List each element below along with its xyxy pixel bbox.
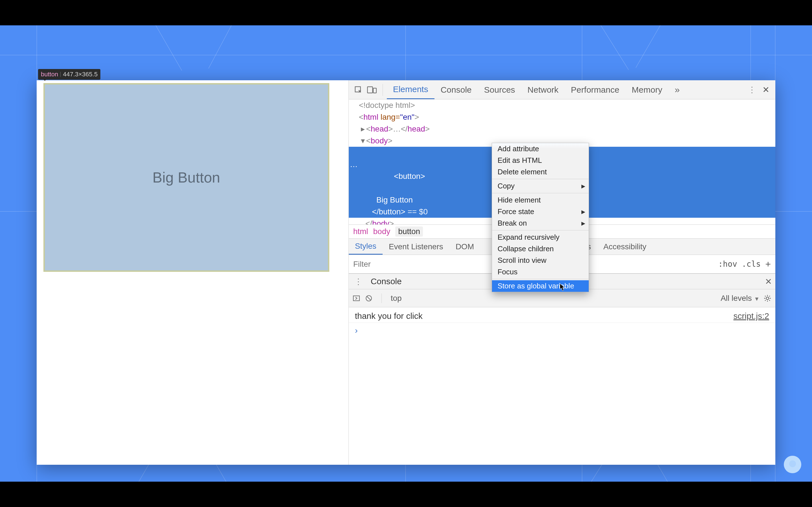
subtab-event-listeners[interactable]: Event Listeners <box>383 238 449 255</box>
context-menu-item[interactable]: Delete element <box>492 166 589 178</box>
subtab-dom-breakpoints-partial[interactable]: DOM <box>449 238 480 255</box>
dom-selected-text: Big Button <box>376 195 413 204</box>
expand-body-icon[interactable]: ▾ <box>361 135 366 147</box>
context-menu-separator <box>492 179 589 179</box>
letterbox-bottom <box>0 482 812 507</box>
context-menu-item[interactable]: Edit as HTML <box>492 155 589 166</box>
svg-point-6 <box>766 297 769 299</box>
subtab-accessibility[interactable]: Accessibility <box>597 238 652 255</box>
inspector-tooltip: button 447.3×365.5 <box>38 69 100 80</box>
console-sidebar-toggle-icon[interactable] <box>353 295 360 302</box>
device-toggle-icon[interactable] <box>365 83 378 97</box>
dom-gutter-ellipsis: … <box>349 159 359 170</box>
breadcrumb-button[interactable]: button <box>395 226 423 237</box>
tabs-overflow-icon[interactable]: » <box>668 80 686 99</box>
inspector-tooltip-dims: 447.3×365.5 <box>63 71 98 78</box>
big-button[interactable]: Big Button <box>43 83 329 272</box>
dom-dollar-zero: == $0 <box>405 207 428 216</box>
console-message: thank you for click <box>355 311 733 321</box>
svg-rect-2 <box>373 88 376 93</box>
console-prompt[interactable]: › <box>349 323 775 338</box>
cls-toggle[interactable]: .cls <box>742 260 761 269</box>
context-menu-item[interactable]: Store as global variable <box>492 280 589 292</box>
context-menu-item[interactable]: Hide element <box>492 194 589 206</box>
dom-doctype: <!doctype html> <box>359 101 415 110</box>
tab-console[interactable]: Console <box>435 80 478 99</box>
devtools-close-icon[interactable]: ✕ <box>759 83 772 97</box>
chevron-down-icon: ▼ <box>754 296 760 302</box>
inspector-tooltip-tag: button <box>41 71 58 78</box>
browser-window: button 447.3×365.5 Big Button Elements <box>37 80 775 465</box>
console-clear-icon[interactable] <box>365 295 372 302</box>
element-context-menu[interactable]: Add attributeEdit as HTMLDelete elementC… <box>492 143 589 292</box>
console-settings-icon[interactable] <box>763 294 771 302</box>
svg-rect-3 <box>353 296 359 300</box>
svg-line-5 <box>366 296 371 300</box>
chrome-logo-icon <box>784 456 801 473</box>
page-viewport: button 447.3×365.5 Big Button <box>37 80 349 465</box>
context-menu-item[interactable]: Copy <box>492 180 589 192</box>
console-output[interactable]: thank you for click script.js:2 › <box>349 307 775 465</box>
console-levels-selector[interactable]: All levels ▼ <box>721 294 760 303</box>
console-context-selector[interactable]: top <box>391 294 402 303</box>
tab-performance[interactable]: Performance <box>565 80 626 99</box>
devtools-toolbar: Elements Console Sources Network Perform… <box>349 80 775 100</box>
devtools-menu-icon[interactable]: ⋮ <box>746 83 759 97</box>
devtools-panel: Elements Console Sources Network Perform… <box>349 80 775 465</box>
console-source-link[interactable]: script.js:2 <box>733 311 769 321</box>
drawer-kebab-icon[interactable]: ⋮ <box>352 277 365 286</box>
inspect-element-icon[interactable] <box>352 83 365 97</box>
hov-toggle[interactable]: :hov <box>718 260 737 269</box>
presentation-background: button 447.3×365.5 Big Button Elements <box>0 25 812 482</box>
drawer-title: Console <box>368 277 404 286</box>
breadcrumb-html[interactable]: html <box>353 227 368 236</box>
svg-rect-1 <box>367 87 372 93</box>
tab-sources[interactable]: Sources <box>478 80 521 99</box>
tab-network[interactable]: Network <box>521 80 565 99</box>
context-menu-item[interactable]: Break on <box>492 217 589 229</box>
context-menu-item[interactable]: Add attribute <box>492 143 589 155</box>
context-menu-item[interactable]: Collapse children <box>492 243 589 255</box>
context-menu-item[interactable]: Expand recursively <box>492 231 589 243</box>
letterbox-top <box>0 0 812 25</box>
new-style-rule-icon[interactable]: + <box>765 259 771 270</box>
tab-memory[interactable]: Memory <box>626 80 668 99</box>
console-log-row: thank you for click script.js:2 <box>349 309 775 323</box>
breadcrumb-body[interactable]: body <box>373 227 391 236</box>
context-menu-item[interactable]: Force state <box>492 206 589 217</box>
context-menu-separator <box>492 230 589 230</box>
context-menu-separator <box>492 193 589 193</box>
context-menu-item[interactable]: Focus <box>492 266 589 278</box>
tab-elements[interactable]: Elements <box>387 80 435 99</box>
subtab-styles[interactable]: Styles <box>349 238 383 255</box>
drawer-close-icon[interactable]: ✕ <box>765 277 772 286</box>
context-menu-item[interactable]: Scroll into view <box>492 255 589 266</box>
expand-head-icon[interactable]: ▸ <box>361 123 366 135</box>
